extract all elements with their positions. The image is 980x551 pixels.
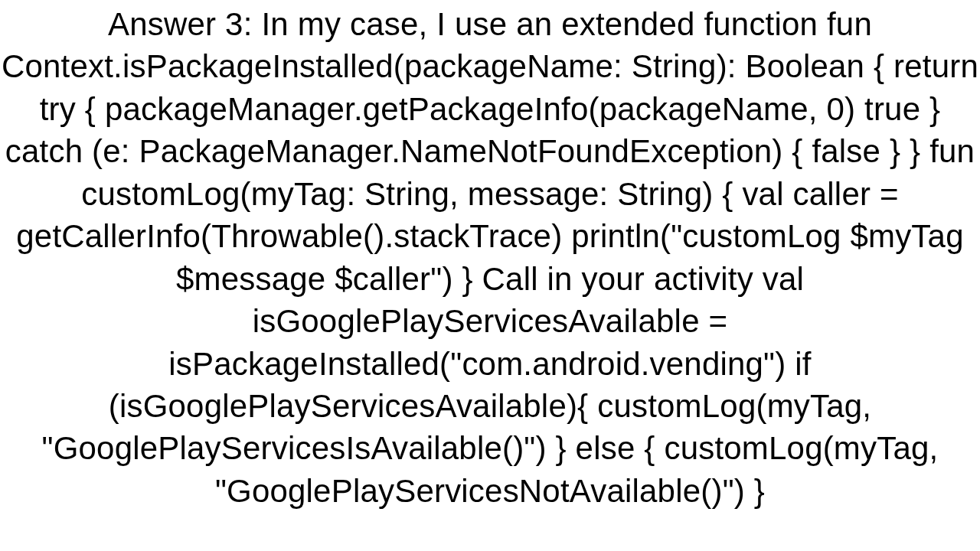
answer-body-text: Answer 3: In my case, I use an extended …	[2, 6, 978, 509]
answer-text-block: Answer 3: In my case, I use an extended …	[0, 0, 980, 551]
